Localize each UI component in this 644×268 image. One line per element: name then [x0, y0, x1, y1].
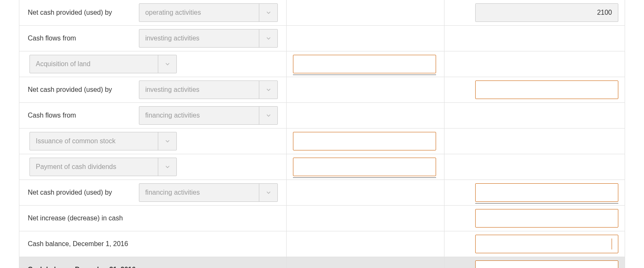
chevron-down-icon — [259, 29, 277, 47]
input-issuance-common-stock[interactable] — [293, 132, 436, 150]
chevron-down-icon — [158, 132, 176, 150]
dropdown-text: operating activities — [139, 4, 259, 21]
dropdown-financing-activities-1[interactable]: financing activities — [139, 106, 278, 125]
row-net-cash-investing: Net cash provided (used) by investing ac… — [19, 77, 625, 102]
chevron-down-icon — [259, 107, 277, 124]
row-cashflows-investing: Cash flows from investing activities — [19, 25, 625, 51]
label-cash-balance-end: Cash balance, December 31, 2016 — [28, 266, 136, 268]
row-issuance-common-stock: Issuance of common stock — [19, 128, 625, 154]
input-cash-balance-begin[interactable] — [475, 235, 618, 253]
dropdown-payment-cash-dividends[interactable]: Payment of cash dividends — [29, 158, 177, 176]
dropdown-financing-activities-2[interactable]: financing activities — [139, 183, 278, 202]
label-cashflows-investing: Cash flows from — [28, 35, 135, 42]
value-net-cash-operating: 2100 — [475, 3, 618, 22]
chevron-down-icon — [158, 158, 176, 176]
dropdown-text: Issuance of common stock — [30, 132, 158, 150]
dropdown-text: financing activities — [139, 184, 259, 201]
label-net-increase-decrease: Net increase (decrease) in cash — [28, 214, 123, 222]
label-net-cash-investing: Net cash provided (used) by — [28, 86, 135, 94]
row-payment-cash-dividends: Payment of cash dividends — [19, 154, 625, 180]
row-cash-balance-end: Cash balance, December 31, 2016 — [19, 257, 625, 268]
dropdown-text: Acquisition of land — [30, 55, 158, 73]
dropdown-text: Payment of cash dividends — [30, 158, 158, 176]
chevron-down-icon — [158, 55, 176, 73]
dropdown-operating-activities[interactable]: operating activities — [139, 3, 278, 22]
row-cashflows-financing: Cash flows from financing activities — [19, 102, 625, 128]
label-net-cash-financing: Net cash provided (used) by — [28, 189, 135, 196]
row-acquisition-of-land: Acquisition of land — [19, 51, 625, 77]
dropdown-acquisition-of-land[interactable]: Acquisition of land — [29, 55, 177, 73]
dropdown-text: financing activities — [139, 107, 259, 124]
row-net-cash-operating: Net cash provided (used) by operating ac… — [19, 0, 625, 25]
label-net-cash-operating: Net cash provided (used) by — [28, 9, 135, 16]
input-cash-balance-end[interactable] — [475, 260, 618, 268]
dropdown-investing-activities-1[interactable]: investing activities — [139, 29, 278, 48]
input-net-cash-investing[interactable] — [475, 80, 618, 99]
input-acquisition-of-land[interactable] — [293, 55, 436, 73]
label-cashflows-financing: Cash flows from — [28, 112, 135, 119]
chevron-down-icon — [259, 4, 277, 21]
text-cursor — [612, 239, 612, 249]
dropdown-text: investing activities — [139, 29, 259, 47]
row-cash-balance-begin: Cash balance, December 1, 2016 — [19, 231, 625, 257]
chevron-down-icon — [259, 81, 277, 99]
dropdown-investing-activities-2[interactable]: investing activities — [139, 80, 278, 99]
row-net-cash-financing: Net cash provided (used) by financing ac… — [19, 180, 625, 205]
input-payment-cash-dividends[interactable] — [293, 158, 436, 176]
label-cash-balance-begin: Cash balance, December 1, 2016 — [28, 240, 128, 248]
cash-flow-table: Net cash provided (used) by operating ac… — [19, 0, 625, 268]
input-net-cash-financing[interactable] — [475, 183, 618, 202]
input-net-increase-decrease[interactable] — [475, 209, 618, 228]
dropdown-text: investing activities — [139, 81, 259, 99]
row-net-increase-decrease: Net increase (decrease) in cash — [19, 205, 625, 231]
dropdown-issuance-common-stock[interactable]: Issuance of common stock — [29, 132, 177, 150]
chevron-down-icon — [259, 184, 277, 201]
